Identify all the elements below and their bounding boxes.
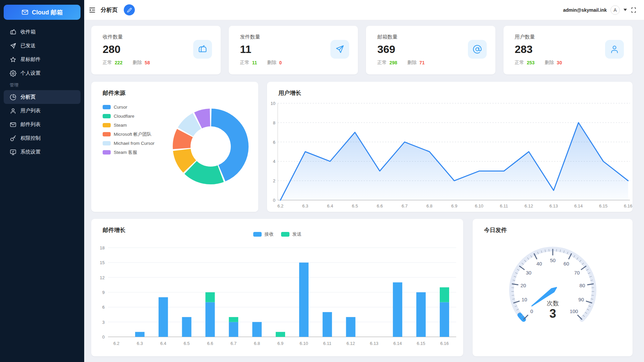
stats-row: 收件数量280正常222删除58发件数量11正常11删除0邮箱数量369正常29… <box>91 26 633 74</box>
svg-text:3: 3 <box>102 320 105 325</box>
svg-text:100: 100 <box>570 308 578 314</box>
bar-receive <box>252 322 262 337</box>
sidebar-item-分析页[interactable]: 分析页 <box>4 90 80 104</box>
stat-label: 收件数量 <box>103 34 211 40</box>
legend-item-Michael from Cursor[interactable]: Michael from Cursor <box>103 139 155 148</box>
svg-text:6.13: 6.13 <box>370 341 378 346</box>
legend-label: Steam 客服 <box>114 149 137 156</box>
svg-text:15: 15 <box>100 260 105 265</box>
legend-item-Cursor[interactable]: Cursor <box>103 103 155 112</box>
sidebar-item-系统设置[interactable]: 系统设置 <box>0 145 84 159</box>
stat-label: 用户数量 <box>515 34 624 40</box>
donut-slice-Steam 客服 <box>198 118 210 121</box>
bar-send <box>205 292 215 302</box>
stat-normal-label: 正常 <box>240 60 250 66</box>
donut-slice-Cloudflare <box>191 168 221 176</box>
user-icon <box>605 40 624 59</box>
stat-label: 发件数量 <box>240 34 349 40</box>
today-sent-gauge-chart: 0102030405060708090100次数3 <box>473 219 633 356</box>
pencil-icon <box>127 7 132 13</box>
user-icon <box>10 108 16 114</box>
avatar[interactable]: A <box>610 5 620 15</box>
charts-row-2: 邮件增长 接收发送 03691215186.26.36.46.56.66.76.… <box>91 219 633 356</box>
svg-text:12: 12 <box>100 275 105 280</box>
legend-item-Microsoft 帐户团队[interactable]: Microsoft 帐户团队 <box>103 130 155 139</box>
svg-text:8: 8 <box>273 120 275 125</box>
bar-send <box>276 332 285 337</box>
sidebar: Cloud 邮箱 收件箱已发送星标邮件个人设置管理分析页用户列表邮件列表权限控制… <box>0 0 84 362</box>
stat-card-邮箱数量: 邮箱数量369正常298删除71 <box>366 26 495 74</box>
bar-receive <box>393 282 402 337</box>
stat-deleted-value: 30 <box>557 60 562 65</box>
svg-text:6.2: 6.2 <box>113 341 119 346</box>
fullscreen-icon[interactable] <box>631 7 637 13</box>
sidebar-item-邮件列表[interactable]: 邮件列表 <box>0 118 84 131</box>
mailbox-icon <box>193 40 212 59</box>
svg-text:6.12: 6.12 <box>525 203 533 208</box>
key-icon <box>10 135 16 142</box>
svg-text:6.13: 6.13 <box>549 203 558 208</box>
svg-text:40: 40 <box>536 261 542 266</box>
legend-swatch <box>103 150 111 155</box>
sidebar-item-label: 已发送 <box>20 43 36 49</box>
legend-item-Cloudflare[interactable]: Cloudflare <box>103 112 155 121</box>
svg-text:6.4: 6.4 <box>327 203 333 208</box>
bar-receive <box>229 322 238 337</box>
sidebar-item-星标邮件[interactable]: 星标邮件 <box>0 53 84 66</box>
svg-text:6.9: 6.9 <box>451 203 457 208</box>
sidebar-section-label: 管理 <box>0 80 84 90</box>
svg-text:20: 20 <box>521 283 526 288</box>
sidebar-item-收件箱[interactable]: 收件箱 <box>0 25 84 39</box>
svg-text:6.11: 6.11 <box>323 341 331 346</box>
sidebar-item-已发送[interactable]: 已发送 <box>0 39 84 53</box>
mail-logo-icon <box>21 9 29 16</box>
app-logo[interactable]: Cloud 邮箱 <box>4 5 80 20</box>
at-icon <box>468 40 487 59</box>
svg-text:6.10: 6.10 <box>475 203 483 208</box>
bar-receive <box>346 317 356 337</box>
app-logo-text: Cloud 邮箱 <box>32 8 63 16</box>
sidebar-item-权限控制[interactable]: 权限控制 <box>0 131 84 145</box>
legend-swatch <box>103 132 111 136</box>
svg-text:0: 0 <box>102 335 105 340</box>
edit-button[interactable] <box>124 4 135 15</box>
sidebar-item-用户列表[interactable]: 用户列表 <box>0 104 84 118</box>
star-icon <box>10 56 16 63</box>
svg-text:6.6: 6.6 <box>207 341 213 346</box>
legend-item-Steam 客服[interactable]: Steam 客服 <box>103 148 155 157</box>
sidebar-item-个人设置[interactable]: 个人设置 <box>0 66 84 80</box>
svg-text:6.4: 6.4 <box>160 341 166 346</box>
svg-text:6.15: 6.15 <box>417 341 425 346</box>
bar-receive <box>299 262 309 337</box>
legend-swatch <box>103 141 111 145</box>
bar-receive <box>135 332 145 337</box>
menu-unfold-icon[interactable] <box>89 7 96 13</box>
stat-card-收件数量: 收件数量280正常222删除58 <box>91 26 221 74</box>
svg-text:6.6: 6.6 <box>377 203 383 208</box>
stat-deleted-label: 删除 <box>267 60 276 66</box>
gauge-value: 3 <box>549 307 556 320</box>
svg-text:6.3: 6.3 <box>137 341 143 346</box>
svg-text:6.9: 6.9 <box>277 341 283 346</box>
svg-text:30: 30 <box>526 270 532 276</box>
legend-label: Cloudflare <box>114 114 135 119</box>
legend-item-Steam[interactable]: Steam <box>103 121 155 130</box>
monitor-check-icon <box>10 149 16 156</box>
mail-source-title: 邮件来源 <box>103 89 125 97</box>
legend-label: Steam <box>114 123 127 128</box>
donut-slice-Microsoft 帐户团队 <box>182 133 185 148</box>
svg-text:6.11: 6.11 <box>500 203 508 208</box>
sidebar-item-label: 星标邮件 <box>20 56 41 63</box>
bar-receive <box>159 297 168 337</box>
svg-text:6.8: 6.8 <box>426 203 432 208</box>
svg-text:4: 4 <box>273 159 275 164</box>
email-admin-dashboard: Cloud 邮箱 收件箱已发送星标邮件个人设置管理分析页用户列表邮件列表权限控制… <box>0 0 644 362</box>
svg-text:6.7: 6.7 <box>401 203 408 208</box>
user-email: admin@skymail.ink <box>563 7 607 13</box>
svg-text:9: 9 <box>102 290 105 295</box>
legend-swatch <box>103 114 111 118</box>
svg-text:2: 2 <box>273 178 275 183</box>
stat-normal-value: 298 <box>389 60 397 65</box>
sidebar-item-label: 权限控制 <box>20 135 41 141</box>
chevron-down-icon[interactable] <box>624 9 627 11</box>
